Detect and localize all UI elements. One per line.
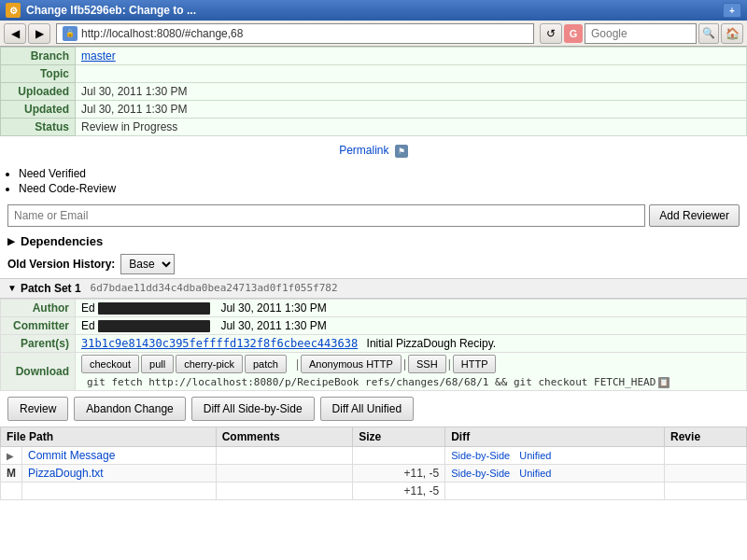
change-info-table: Branch master Topic Uploaded Jul 30, 201… xyxy=(0,47,747,136)
ssh-button[interactable]: SSH xyxy=(408,355,446,373)
reviewer-input[interactable] xyxy=(7,204,645,227)
download-buttons-group: checkout pull cherry-pick patch | Anonym… xyxy=(81,355,740,373)
parent-desc: Initial PizzaDough Recipy. xyxy=(367,337,497,350)
abandon-change-button[interactable]: Abandon Change xyxy=(74,397,185,421)
search-engine-icon: G xyxy=(564,24,583,43)
author-name: Ed xyxy=(81,301,95,315)
file-path-cell: PizzaDough.txt xyxy=(22,465,217,483)
window-title: Change lfb5296eb: Change to ... xyxy=(26,4,720,17)
topic-label: Topic xyxy=(1,65,76,83)
expand-cell: ▶ xyxy=(1,447,22,465)
parent-hash-link[interactable]: 31b1c9e81430c395feffffd132f8f6cbeec44363… xyxy=(81,337,358,350)
reviewer-row: Add Reviewer xyxy=(0,201,747,231)
diff-header: Diff xyxy=(445,427,665,447)
expand-arrow-icon: ▶ xyxy=(7,451,14,461)
updated-row: Updated Jul 30, 2011 1:30 PM xyxy=(1,101,747,119)
address-bar[interactable]: 🔒 http://localhost:8080/#change,68 xyxy=(56,23,534,44)
committer-name: Ed xyxy=(81,319,95,332)
pizza-unified-link[interactable]: Unified xyxy=(519,468,551,479)
file-table-header: File Path Comments Size Diff Revie xyxy=(1,427,747,447)
branch-link[interactable]: master xyxy=(81,49,116,63)
committer-blurred xyxy=(98,320,210,332)
empty-cell xyxy=(665,483,747,500)
committer-row: Committer Ed Jul 30, 2011 1:30 PM xyxy=(1,317,747,335)
cherry-pick-button[interactable]: cherry-pick xyxy=(176,355,243,373)
address-url: http://localhost:8080/#change,68 xyxy=(81,27,243,40)
pizza-side-by-side-link[interactable]: Side-by-Side xyxy=(451,468,510,479)
comments-cell xyxy=(216,465,352,483)
dependencies-triangle: ▶ xyxy=(7,236,15,246)
author-row: Author Ed Jul 30, 2011 1:30 PM xyxy=(1,299,747,316)
download-value: checkout pull cherry-pick patch | Anonym… xyxy=(76,353,747,391)
table-row: ▶ Commit Message Side-by-Side Unified xyxy=(1,447,747,465)
comments-header: Comments xyxy=(216,427,352,447)
action-buttons-row: Review Abandon Change Diff All Side-by-S… xyxy=(0,391,747,427)
committer-date: Jul 30, 2011 1:30 PM xyxy=(220,319,326,332)
file-modifier-indicator: M xyxy=(7,467,16,480)
version-select[interactable]: Base xyxy=(120,254,175,274)
branch-value: master xyxy=(76,48,747,65)
parents-label: Parent(s) xyxy=(1,335,76,353)
http-button[interactable]: HTTP xyxy=(453,355,497,373)
review-header: Revie xyxy=(665,427,747,447)
file-path-header: File Path xyxy=(1,427,217,447)
review-button[interactable]: Review xyxy=(7,397,68,421)
author-label: Author xyxy=(1,299,76,316)
table-row: +11, -5 xyxy=(1,483,747,500)
status-row: Status Review in Progress xyxy=(1,119,747,136)
updated-label: Updated xyxy=(1,101,76,119)
diff-cell: Side-by-Side Unified xyxy=(445,447,665,465)
diff-all-unified-button[interactable]: Diff All Unified xyxy=(320,397,414,421)
permalink-row: Permalink ⚑ xyxy=(0,140,747,161)
commit-message-link[interactable]: Commit Message xyxy=(28,449,115,462)
old-version-label: Old Version History: xyxy=(7,258,115,271)
refresh-button[interactable]: ↺ xyxy=(540,23,562,44)
add-tab-button[interactable]: + xyxy=(723,3,741,18)
old-version-row: Old Version History: Base xyxy=(0,252,747,278)
home-button[interactable]: 🏠 xyxy=(721,23,743,44)
checkout-button[interactable]: checkout xyxy=(81,355,139,373)
copy-icon[interactable]: 📋 xyxy=(658,377,669,388)
title-bar: ⚙ Change lfb5296eb: Change to ... + xyxy=(0,0,747,21)
download-row: Download checkout pull cherry-pick patch… xyxy=(1,353,747,391)
download-command: git fetch http://localhost:8080/p/Recipe… xyxy=(87,376,655,388)
add-reviewer-button[interactable]: Add Reviewer xyxy=(649,204,740,227)
sep1: | xyxy=(403,357,406,371)
branch-row: Branch master xyxy=(1,48,747,65)
size-cell xyxy=(353,447,445,465)
dependencies-label: Dependencies xyxy=(21,234,103,248)
app-icon: ⚙ xyxy=(6,3,21,18)
empty-cell xyxy=(445,483,665,500)
anon-http-button[interactable]: Anonymous HTTP xyxy=(301,355,402,373)
search-button[interactable]: 🔍 xyxy=(698,23,719,44)
status-value: Review in Progress xyxy=(76,119,747,136)
commit-side-by-side-link[interactable]: Side-by-Side xyxy=(451,450,510,461)
pizza-dough-link[interactable]: PizzaDough.txt xyxy=(28,467,104,480)
committer-label: Committer xyxy=(1,317,76,335)
nav-bar: ◀ ▶ 🔒 http://localhost:8080/#change,68 ↺… xyxy=(0,21,747,47)
patch-button[interactable]: patch xyxy=(245,355,287,373)
diff-all-side-by-side-button[interactable]: Diff All Side-by-Side xyxy=(191,397,315,421)
permalink-link[interactable]: Permalink xyxy=(339,144,388,157)
download-label: Download xyxy=(1,353,76,391)
patch-set-hash: 6d7bdae11dd34c4dba0bea24713ad0f1f055f782 xyxy=(91,282,338,294)
dependencies-header[interactable]: ▶ Dependencies xyxy=(0,231,747,252)
author-value: Ed Jul 30, 2011 1:30 PM xyxy=(76,299,747,316)
file-table: File Path Comments Size Diff Revie ▶ Com… xyxy=(0,427,747,500)
file-path-cell: Commit Message xyxy=(22,447,217,465)
requirements-list: Need Verified Need Code-Review xyxy=(0,161,747,201)
back-button[interactable]: ◀ xyxy=(4,23,26,44)
patch-set-triangle: ▼ xyxy=(7,283,17,293)
pull-button[interactable]: pull xyxy=(141,355,174,373)
modifier-cell: M xyxy=(1,465,22,483)
forward-button[interactable]: ▶ xyxy=(28,23,50,44)
total-size-cell: +11, -5 xyxy=(353,483,445,500)
requirement-item: Need Verified xyxy=(19,167,728,180)
requirement-item: Need Code-Review xyxy=(19,182,728,195)
commit-unified-link[interactable]: Unified xyxy=(519,450,551,461)
empty-cell xyxy=(22,483,217,500)
search-input[interactable] xyxy=(585,23,697,44)
parents-value: 31b1c9e81430c395feffffd132f8f6cbeec44363… xyxy=(76,335,747,353)
review-cell xyxy=(665,465,747,483)
patch-set-title: Patch Set 1 xyxy=(21,282,81,295)
